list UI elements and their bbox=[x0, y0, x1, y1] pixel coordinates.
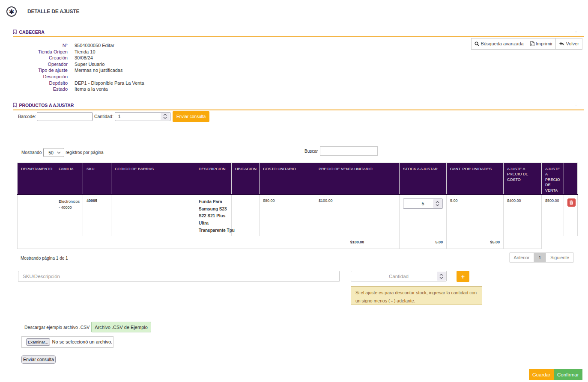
advanced-search-button[interactable]: Búsqueda avanzada bbox=[471, 38, 527, 50]
cell-ajuste-precio-venta: $500.00 bbox=[542, 195, 564, 236]
page-size-group: Mostrando 50 registros por página bbox=[21, 148, 104, 157]
field-value-deposito: DEP1 - Disponible Para La Venta bbox=[75, 80, 144, 86]
pagination-prev[interactable]: Anterior bbox=[509, 252, 534, 263]
cabecera-body: Búsqueda avanzada Imprimir Volver N° 950… bbox=[13, 37, 584, 92]
col-departamento[interactable]: DEPARTAMENTO bbox=[18, 163, 55, 195]
table-row: Electronicos - 40000 40005 Funda Para Sa… bbox=[18, 195, 578, 236]
field-label-tipo-ajuste: Tipo de ajuste bbox=[13, 67, 68, 74]
stock-spinner bbox=[403, 198, 443, 209]
page-size-select[interactable]: 50 bbox=[43, 148, 64, 157]
cantidad-add-spinner bbox=[351, 271, 447, 281]
file-input[interactable]: Examinar... No se seleccionó un archivo. bbox=[21, 336, 113, 348]
pagination: Anterior 1 Siguiente bbox=[510, 252, 574, 263]
col-precio-venta-unitario[interactable]: PRECIO DE VENTA UNITARIO bbox=[315, 163, 400, 195]
col-sku[interactable]: SKU bbox=[83, 163, 111, 195]
buscar-input[interactable] bbox=[320, 146, 378, 156]
total-precio-venta: $100.00 bbox=[315, 236, 400, 249]
print-label: Imprimir bbox=[536, 41, 553, 46]
csv-example-button[interactable]: Archivo .CSV de Ejemplo bbox=[91, 322, 152, 332]
field-row-creacion: Creación 30/08/24 bbox=[13, 55, 584, 61]
cell-descripcion: Funda Para Samsung S23 S22 S21 Plus Ultr… bbox=[195, 195, 232, 236]
cabecera-toolbar: Búsqueda avanzada Imprimir Volver bbox=[472, 38, 582, 50]
page-info: Mostrando página 1 de 1 bbox=[21, 256, 68, 261]
bookmark-icon bbox=[13, 29, 17, 35]
number-spinner-buttons[interactable] bbox=[437, 272, 446, 281]
guardar-button[interactable]: Guardar bbox=[529, 369, 554, 380]
col-descripcion[interactable]: DESCRIPCIÓN bbox=[195, 163, 232, 195]
print-button[interactable]: Imprimir bbox=[527, 38, 556, 50]
cell-codigo-de-barras bbox=[111, 195, 195, 236]
productos-section-title: PRODUCTOS A AJUSTAR bbox=[19, 103, 74, 108]
back-button[interactable]: Volver bbox=[555, 38, 582, 50]
spinner-down-icon bbox=[439, 277, 443, 279]
field-value-tienda-origen: Tienda 10 bbox=[75, 49, 96, 55]
back-arrow-icon bbox=[559, 41, 564, 46]
field-value-numero[interactable]: 9504000050 Editar bbox=[75, 42, 114, 49]
field-label-estado: Estado bbox=[13, 86, 68, 92]
cantidad-label: Cantidad: bbox=[94, 114, 115, 119]
col-familia[interactable]: FAMILIA bbox=[55, 163, 83, 195]
table-header-row: DEPARTAMENTO FAMILIA SKU CÓDIGO DE BARRA… bbox=[18, 163, 578, 195]
sku-descripcion-input[interactable] bbox=[18, 271, 340, 282]
bookmark-icon bbox=[13, 102, 17, 108]
col-ajuste-precio-venta[interactable]: AJUSTE A PRECIO DE VENTA bbox=[542, 163, 564, 195]
number-spinner-buttons[interactable] bbox=[433, 199, 442, 208]
confirmar-button[interactable]: Confirmar bbox=[554, 369, 582, 380]
trash-icon bbox=[569, 200, 573, 205]
col-costo-unitario[interactable]: COSTO UNITARIO bbox=[260, 163, 315, 195]
buscar-label: Buscar bbox=[304, 149, 320, 154]
field-label-numero: N° bbox=[13, 42, 68, 49]
totals-empty bbox=[504, 236, 542, 249]
cabecera-section-title: CABECERA bbox=[19, 30, 45, 35]
col-ubicacion[interactable]: UBICACIÓN bbox=[232, 163, 260, 195]
pagination-next[interactable]: Siguiente bbox=[546, 252, 574, 263]
total-stock-a-ajustar: 5.00 bbox=[400, 236, 447, 249]
cell-costo-unitario: $80.00 bbox=[260, 195, 315, 236]
cell-stock-a-ajustar bbox=[400, 195, 447, 236]
col-ajuste-precio-costo[interactable]: AJUSTE A PRECIO DE COSTO bbox=[504, 163, 542, 195]
field-value-tipo-ajuste: Mermas no justificadas bbox=[75, 67, 123, 74]
field-row-deposito: Depósito DEP1 - Disponible Para La Venta bbox=[13, 80, 584, 86]
registros-label: registros por página bbox=[66, 150, 103, 155]
field-row-descripcion: Descripción bbox=[13, 74, 584, 80]
add-product-section: + Si el ajuste es para descontar stock, … bbox=[13, 271, 584, 305]
add-product-button[interactable]: + bbox=[457, 271, 469, 282]
field-value-creacion: 30/08/24 bbox=[75, 55, 93, 61]
footer-actions: Guardar Confirmar bbox=[529, 369, 582, 380]
pagination-page-1[interactable]: 1 bbox=[534, 252, 546, 263]
col-actions bbox=[564, 163, 578, 195]
browse-file-button[interactable]: Examinar... bbox=[26, 338, 50, 346]
totals-filler bbox=[542, 236, 578, 249]
quantity-note: Si el ajuste es para descontar stock, in… bbox=[351, 286, 482, 305]
productos-collapse-toggle[interactable]: - bbox=[575, 102, 577, 108]
buscar-group: Buscar bbox=[304, 146, 378, 156]
barcode-input[interactable] bbox=[37, 112, 93, 121]
barcode-label: Barcode: bbox=[18, 114, 37, 119]
cantidad-add-input[interactable] bbox=[351, 271, 447, 281]
field-label-descripcion: Descripción bbox=[13, 74, 68, 80]
chevron-down-icon bbox=[57, 151, 61, 154]
csv-download-label: Descargar ejemplo archivo .CSV bbox=[24, 325, 90, 330]
cell-familia: Electronicos - 40000 bbox=[55, 195, 83, 236]
cabecera-collapse-toggle[interactable]: - bbox=[575, 29, 577, 35]
cabecera-section-header: CABECERA - bbox=[13, 29, 584, 37]
spinner-down-icon bbox=[163, 117, 167, 119]
col-codigo-de-barras[interactable]: CÓDIGO DE BARRAS bbox=[111, 163, 195, 195]
page-title: DETALLE DE AJUSTE bbox=[27, 9, 79, 15]
field-value-operador: Super Usuario bbox=[75, 61, 104, 68]
mostrando-label: Mostrando bbox=[21, 150, 42, 155]
delete-row-button[interactable] bbox=[567, 198, 576, 207]
cell-ubicacion bbox=[232, 195, 260, 236]
spinner-up-icon bbox=[163, 114, 167, 116]
upload-csv-button[interactable]: Enviar consulta bbox=[21, 355, 56, 364]
field-label-operador: Operador bbox=[13, 61, 68, 68]
table-totals-row: $100.00 5.00 $5.00 bbox=[18, 236, 578, 249]
page-header: ✱ DETALLE DE AJUSTE bbox=[0, 0, 588, 21]
enviar-consulta-button[interactable]: Enviar consulta bbox=[173, 111, 209, 122]
col-stock-a-ajustar[interactable]: STOCK A AJUSTAR bbox=[400, 163, 447, 195]
spinner-down-icon bbox=[436, 204, 439, 206]
field-label-deposito: Depósito bbox=[13, 80, 68, 86]
col-cant-por-unidades[interactable]: CANT. POR UNIDADES bbox=[447, 163, 504, 195]
csv-example-row: Descargar ejemplo archivo .CSV Archivo .… bbox=[13, 322, 584, 332]
number-spinner-buttons[interactable] bbox=[161, 113, 170, 120]
